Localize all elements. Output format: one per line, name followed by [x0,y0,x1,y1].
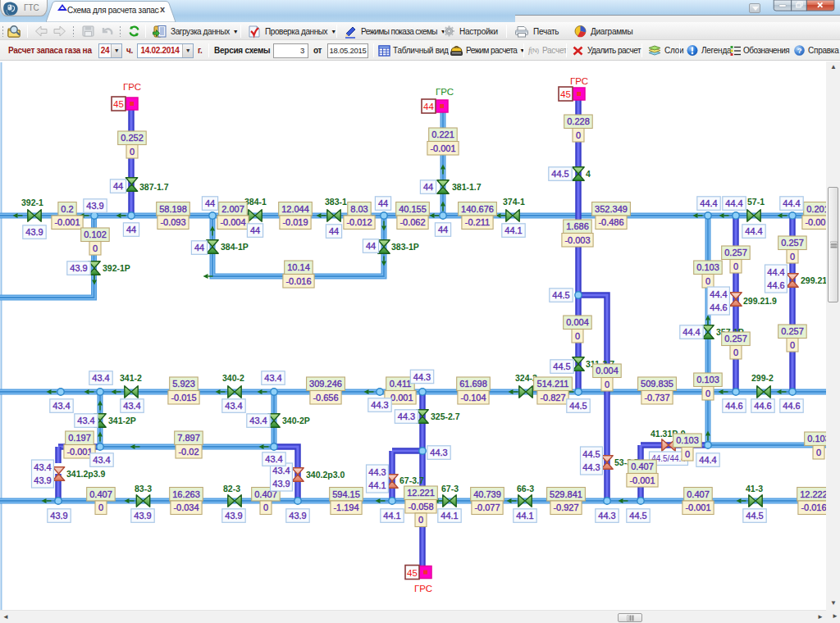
svg-text:-0.104: -0.104 [460,393,486,402]
svg-text:0.004: 0.004 [566,317,589,327]
svg-text:0: 0 [685,449,690,459]
svg-text:5.923: 5.923 [172,379,195,389]
svg-text:43.9: 43.9 [272,479,290,489]
svg-text:44.3: 44.3 [368,467,386,477]
svg-text:43.4: 43.4 [77,416,94,425]
svg-text:0.407: 0.407 [687,489,710,499]
svg-text:44: 44 [126,225,136,234]
svg-text:45: 45 [113,99,124,109]
svg-text:44: 44 [423,182,433,192]
svg-text:-0.001: -0.001 [629,475,655,485]
svg-text:ГРС: ГРС [436,87,454,97]
svg-text:-0.077: -0.077 [474,502,500,512]
svg-text:384-1P: 384-1P [221,242,249,252]
svg-text:-0.019: -0.019 [282,217,308,227]
svg-text:299.21.9: 299.21.9 [801,275,826,285]
svg-text:352.349: 352.349 [595,204,628,214]
svg-text:341.2p3.9: 341.2p3.9 [66,469,105,479]
svg-text:43.4: 43.4 [34,462,51,472]
svg-text:43.9: 43.9 [34,475,51,485]
svg-text:-1.194: -1.194 [333,502,358,512]
svg-text:43.9: 43.9 [50,511,67,521]
svg-text:299-2: 299-2 [751,373,774,383]
svg-text:44.1: 44.1 [383,511,400,521]
svg-text:0: 0 [575,331,580,341]
svg-text:383-1P: 383-1P [391,242,419,252]
svg-text:66-3: 66-3 [517,484,534,493]
svg-text:340.2p3.0: 340.2p3.0 [306,470,345,480]
svg-text:0: 0 [733,348,738,357]
svg-text:44.4: 44.4 [699,455,716,465]
svg-text:40.155: 40.155 [399,204,427,214]
svg-text:44: 44 [378,198,388,208]
svg-text:299.21.9: 299.21.9 [743,296,777,306]
svg-text:0: 0 [790,252,795,261]
svg-text:44.4: 44.4 [700,198,717,208]
svg-text:44.4: 44.4 [783,198,800,208]
svg-text:ГРС: ГРС [570,76,588,86]
svg-text:0.228: 0.228 [567,116,590,126]
svg-text:44: 44 [438,225,448,234]
svg-text:594.15: 594.15 [332,489,360,499]
svg-text:0.102: 0.102 [84,230,107,239]
svg-text:0.257: 0.257 [781,326,804,336]
svg-text:44.6: 44.6 [767,280,784,290]
svg-text:0: 0 [705,389,710,398]
svg-text:0: 0 [576,130,581,140]
svg-text:44.5: 44.5 [629,511,646,521]
svg-text:82-3: 82-3 [223,484,240,493]
svg-text:44.6: 44.6 [725,401,742,411]
svg-text:-0.02: -0.02 [178,447,199,457]
svg-text:140.676: 140.676 [461,204,494,214]
svg-text:392-1: 392-1 [21,198,43,207]
svg-text:-0.093: -0.093 [160,217,185,227]
svg-text:-0.058: -0.058 [408,502,433,512]
svg-text:43.4: 43.4 [225,401,242,411]
svg-text:-0.001: -0.001 [805,217,826,227]
svg-text:-0.211: -0.211 [465,217,490,227]
svg-text:387-1.7: 387-1.7 [139,182,169,192]
svg-text:509.835: 509.835 [641,379,673,389]
svg-text:44.3: 44.3 [398,412,415,421]
svg-text:0: 0 [263,502,268,512]
svg-text:-0.016: -0.016 [285,276,311,286]
svg-text:10.14: 10.14 [287,262,310,272]
svg-text:44.1: 44.1 [504,225,522,235]
svg-text:0: 0 [418,515,423,525]
svg-text:44.3: 44.3 [371,400,388,410]
svg-text:0.103: 0.103 [696,375,719,384]
svg-text:0: 0 [605,380,609,389]
svg-text:44.4: 44.4 [682,327,700,337]
svg-text:341-2: 341-2 [120,373,142,383]
svg-text:0: 0 [93,243,98,253]
svg-text:44.3: 44.3 [598,511,615,521]
svg-text:0: 0 [790,340,795,350]
svg-text:67-3: 67-3 [441,484,459,493]
svg-text:43.4: 43.4 [92,373,109,383]
svg-text:-0.034: -0.034 [173,502,199,512]
svg-text:44.1: 44.1 [441,511,458,521]
svg-text:0.103: 0.103 [696,262,719,272]
svg-text:8.03: 8.03 [350,204,368,214]
svg-text:41-3: 41-3 [746,484,763,493]
svg-text:43.4: 43.4 [123,401,140,411]
svg-text:44.5: 44.5 [582,449,600,459]
svg-text:44: 44 [329,226,339,236]
svg-text:-0.737: -0.737 [644,393,669,402]
svg-text:529.841: 529.841 [550,489,582,499]
svg-text:58.198: 58.198 [159,204,187,214]
svg-text:43.9: 43.9 [25,227,43,237]
svg-text:44: 44 [205,198,215,208]
svg-text:340-2P: 340-2P [282,416,310,425]
svg-text:44.4: 44.4 [710,289,727,299]
svg-text:12.221: 12.221 [407,488,435,498]
svg-text:44.1: 44.1 [368,480,386,490]
svg-text:0.257: 0.257 [724,248,747,257]
svg-text:-0.001: -0.001 [430,143,455,153]
svg-text:43.9: 43.9 [225,511,242,521]
svg-text:12.044: 12.044 [281,204,309,214]
svg-text:44.4: 44.4 [745,226,762,236]
svg-text:-0.486: -0.486 [598,217,623,227]
svg-text:43.9: 43.9 [134,511,151,521]
svg-text:43.4: 43.4 [264,373,281,383]
